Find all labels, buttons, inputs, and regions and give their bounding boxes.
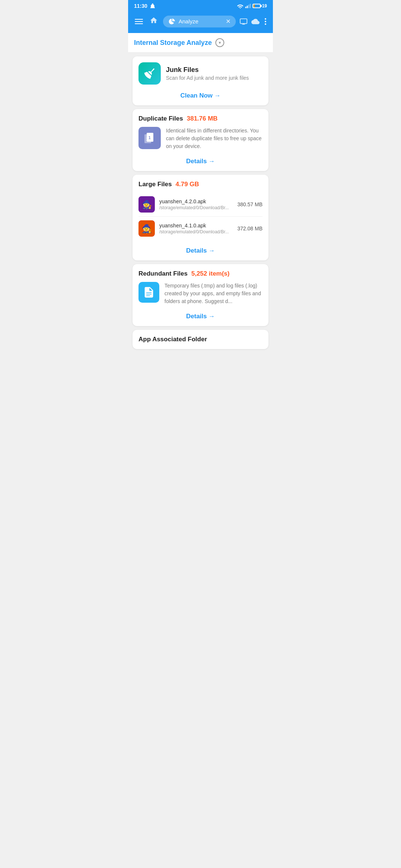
large-files-title: Large Files xyxy=(138,181,172,188)
battery-icon xyxy=(252,4,261,8)
screen-icon[interactable] xyxy=(239,17,248,26)
large-files-details-button[interactable]: Details → xyxy=(138,245,263,254)
svg-text:1: 1 xyxy=(146,137,148,141)
file-size: 380.57 MB xyxy=(237,201,263,207)
redundant-files-title: Redundant Files xyxy=(138,270,188,277)
app-associated-folder-card: App Associated Folder xyxy=(133,330,268,349)
hamburger-menu[interactable] xyxy=(133,17,144,26)
status-left: 11:30 xyxy=(134,3,156,9)
app-associated-folder-title: App Associated Folder xyxy=(138,336,207,343)
svg-rect-1 xyxy=(245,7,246,8)
list-item[interactable]: 🧙 yuanshen_4.2.0.apk /storage/emulated/0… xyxy=(138,193,263,217)
large-files-header: Large Files 4.79 GB xyxy=(138,181,263,188)
duplicate-icon: 1 1 xyxy=(142,131,157,145)
large-files-list: 🧙 yuanshen_4.2.0.apk /storage/emulated/0… xyxy=(138,193,263,240)
analyze-tab-label: Analyze xyxy=(179,18,198,24)
junk-files-subtitle: Scan for Ad junk and more junk files xyxy=(166,75,249,81)
file-path: /storage/emulated/0/Download/Br... xyxy=(159,229,233,234)
page-header: Internal Storage Analyze ▾ xyxy=(128,33,273,53)
junk-files-card: Junk Files Scan for Ad junk and more jun… xyxy=(133,56,268,105)
broom-icon xyxy=(143,67,156,80)
battery-tip xyxy=(261,5,262,7)
time: 11:30 xyxy=(134,3,147,9)
file-info: yuanshen_4.1.0.apk /storage/emulated/0/D… xyxy=(159,223,233,234)
file-info: yuanshen_4.2.0.apk /storage/emulated/0/D… xyxy=(159,198,233,210)
clean-now-button[interactable]: Clean Now → xyxy=(138,90,263,99)
battery-percent: 19 xyxy=(262,3,267,9)
wifi-icon xyxy=(237,3,244,9)
file-name: yuanshen_4.2.0.apk xyxy=(159,198,233,204)
redundant-files-details-button[interactable]: Details → xyxy=(138,310,263,320)
redundant-files-description: Temporary files (.tmp) and log files (.l… xyxy=(164,282,263,305)
nav-bar: Analyze ✕ xyxy=(128,11,273,33)
tab-close-icon[interactable]: ✕ xyxy=(226,18,231,25)
junk-files-icon xyxy=(138,62,161,85)
svg-rect-3 xyxy=(248,5,249,8)
redundant-files-card: Redundant Files 5,252 item(s) Temporary … xyxy=(133,264,268,326)
file-thumbnail: 🧙 xyxy=(138,220,155,237)
cloud-icon[interactable] xyxy=(251,17,260,26)
duplicate-files-header: Duplicate Files 381.76 MB xyxy=(138,115,263,122)
notification-icon xyxy=(150,3,156,9)
svg-rect-5 xyxy=(240,19,247,23)
file-path: /storage/emulated/0/Download/Br... xyxy=(159,205,233,210)
file-size: 372.08 MB xyxy=(237,226,263,231)
duplicate-files-description: Identical files in different directories… xyxy=(166,127,263,150)
status-right: 19 xyxy=(237,3,267,9)
content-area: Junk Files Scan for Ad junk and more jun… xyxy=(128,53,273,353)
duplicate-files-card: Duplicate Files 381.76 MB 1 1 Identical … xyxy=(133,109,268,171)
battery-fill xyxy=(254,4,255,7)
more-options-icon[interactable] xyxy=(263,17,268,26)
duplicate-files-details-button[interactable]: Details → xyxy=(138,155,263,165)
svg-text:1: 1 xyxy=(149,136,151,140)
svg-rect-4 xyxy=(250,4,251,8)
home-icon[interactable] xyxy=(148,15,159,28)
expand-dropdown-icon[interactable]: ▾ xyxy=(215,38,224,47)
large-files-card: Large Files 4.79 GB 🧙 yuanshen_4.2.0.apk… xyxy=(133,175,268,260)
svg-rect-2 xyxy=(247,6,248,8)
duplicate-files-icon: 1 1 xyxy=(138,127,161,149)
junk-files-title: Junk Files xyxy=(166,66,249,74)
svg-text:🧙: 🧙 xyxy=(142,200,152,210)
page-title: Internal Storage Analyze xyxy=(134,39,212,47)
list-item[interactable]: 🧙 yuanshen_4.1.0.apk /storage/emulated/0… xyxy=(138,217,263,240)
duplicate-files-title: Duplicate Files xyxy=(138,115,183,122)
redundant-files-icon xyxy=(138,282,159,303)
document-icon xyxy=(143,286,155,299)
duplicate-files-body: 1 1 Identical files in different directo… xyxy=(138,127,263,150)
svg-text:🧙: 🧙 xyxy=(142,224,152,234)
status-bar: 11:30 19 xyxy=(128,0,273,11)
analyze-tab-icon xyxy=(168,18,176,25)
junk-files-header: Junk Files Scan for Ad junk and more jun… xyxy=(138,62,263,85)
large-files-size: 4.79 GB xyxy=(176,181,199,188)
redundant-files-count: 5,252 item(s) xyxy=(191,270,229,277)
redundant-files-body: Temporary files (.tmp) and log files (.l… xyxy=(138,282,263,305)
analyze-tab[interactable]: Analyze ✕ xyxy=(163,16,236,27)
junk-files-text: Junk Files Scan for Ad junk and more jun… xyxy=(166,66,249,81)
signal-icon xyxy=(245,3,251,9)
redundant-files-header: Redundant Files 5,252 item(s) xyxy=(138,270,263,277)
file-thumbnail: 🧙 xyxy=(138,196,155,213)
file-name: yuanshen_4.1.0.apk xyxy=(159,223,233,228)
duplicate-files-size: 381.76 MB xyxy=(187,115,218,122)
